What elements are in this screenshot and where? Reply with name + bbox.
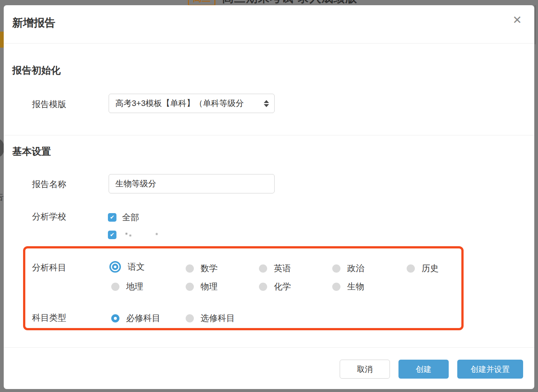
school-name-redacted <box>122 230 170 240</box>
subject-radio-zhengzhi[interactable]: 政治 <box>332 263 364 274</box>
subjects-label: 分析科目 <box>32 262 66 273</box>
school-label: 分析学校 <box>32 211 66 222</box>
screen: 高三 高三期末考试·录入成绩版 告 新增报告 ✕ 报告初始化 报告模版 高考3+… <box>0 0 538 392</box>
school-option-second[interactable]: ✔ <box>108 230 170 240</box>
school-option-all-label: 全部 <box>122 212 139 223</box>
radio-unselected-icon <box>332 264 340 273</box>
background-grade-badge: 高三 <box>188 0 215 5</box>
select-updown-icon <box>264 100 269 107</box>
report-template-value: 高考3+3模板【单科】（单科等级分 <box>115 98 262 109</box>
section-heading-init: 报告初始化 <box>12 64 61 77</box>
template-label: 报告模版 <box>32 99 66 110</box>
dimmed-background-top: 高三 高三期末考试·录入成绩版 <box>0 0 538 5</box>
create-button[interactable]: 创建 <box>398 360 449 379</box>
radio-selected-icon <box>111 314 119 322</box>
radio-unselected-icon <box>259 264 267 273</box>
type-radio-elective[interactable]: 选修科目 <box>186 312 235 324</box>
close-icon: ✕ <box>512 15 522 26</box>
school-option-all[interactable]: ✔ 全部 <box>108 212 139 223</box>
cancel-button[interactable]: 取消 <box>340 360 390 379</box>
close-button[interactable]: ✕ <box>510 13 524 27</box>
subject-radio-shengwu[interactable]: 生物 <box>332 281 364 292</box>
checkbox-checked-icon: ✔ <box>108 213 116 222</box>
type-radio-required[interactable]: 必修科目 <box>111 312 160 324</box>
radio-unselected-icon <box>186 283 194 291</box>
subject-radio-yuwen[interactable]: 语文 <box>109 261 145 273</box>
section-divider <box>4 135 534 135</box>
new-report-modal: 新增报告 ✕ 报告初始化 报告模版 高考3+3模板【单科】（单科等级分 基本设置… <box>4 5 534 389</box>
checkbox-checked-icon: ✔ <box>108 231 116 239</box>
modal-title: 新增报告 <box>12 16 55 30</box>
background-page-title: 高三期末考试·录入成绩版 <box>222 0 357 5</box>
footer-divider <box>4 347 534 348</box>
subject-type-label: 科目类型 <box>32 312 66 324</box>
subject-radio-dili[interactable]: 地理 <box>111 281 143 292</box>
subject-radio-wuli[interactable]: 物理 <box>186 281 218 292</box>
background-text-fragment: 告 <box>0 188 4 206</box>
create-and-setup-button[interactable]: 创建并设置 <box>457 360 523 379</box>
radio-unselected-icon <box>186 314 194 322</box>
report-name-input[interactable] <box>109 174 275 193</box>
radio-unselected-icon <box>111 283 119 291</box>
radio-unselected-icon <box>332 283 340 291</box>
report-template-select[interactable]: 高考3+3模板【单科】（单科等级分 <box>109 94 275 113</box>
report-name-label: 报告名称 <box>32 179 66 190</box>
radio-unselected-icon <box>407 264 415 273</box>
header-divider <box>4 43 534 44</box>
radio-unselected-icon <box>259 283 267 291</box>
radio-selected-icon <box>109 261 121 273</box>
radio-unselected-icon <box>186 264 194 273</box>
section-heading-basic: 基本设置 <box>12 145 51 158</box>
subject-radio-huaxue[interactable]: 化学 <box>259 281 291 292</box>
background-edge-line <box>535 5 536 44</box>
background-orange-block <box>0 32 4 48</box>
highlight-annotation <box>23 246 464 330</box>
subject-radio-shuxue[interactable]: 数学 <box>186 263 218 274</box>
subject-radio-yingyu[interactable]: 英语 <box>259 263 291 274</box>
subject-radio-lishi[interactable]: 历史 <box>407 263 439 274</box>
